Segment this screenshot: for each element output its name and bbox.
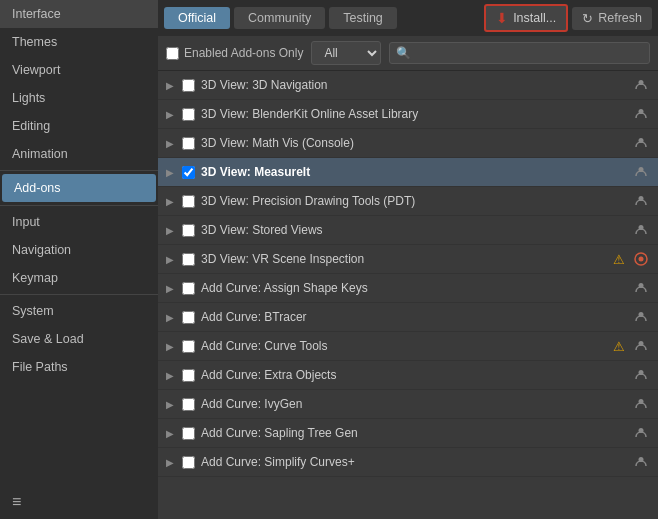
addon-row[interactable]: ▶Add Curve: Sapling Tree Gen	[158, 419, 658, 448]
tab-official[interactable]: Official	[164, 7, 230, 29]
addon-icons	[632, 279, 650, 297]
expand-arrow-icon[interactable]: ▶	[166, 80, 176, 91]
addon-row[interactable]: ▶Add Curve: BTracer	[158, 303, 658, 332]
addon-icons: ⚠	[610, 250, 650, 268]
addons-list: ▶3D View: 3D Navigation▶3D View: Blender…	[158, 71, 658, 519]
expand-arrow-icon[interactable]: ▶	[166, 167, 176, 178]
sidebar-item-system[interactable]: System	[0, 297, 158, 325]
expand-arrow-icon[interactable]: ▶	[166, 109, 176, 120]
addon-checkbox[interactable]	[182, 137, 195, 150]
sidebar-item-navigation[interactable]: Navigation	[0, 236, 158, 264]
refresh-label: Refresh	[598, 11, 642, 25]
user-icon[interactable]	[632, 337, 650, 355]
addon-row[interactable]: ▶3D View: MeasureIt	[158, 158, 658, 187]
expand-arrow-icon[interactable]: ▶	[166, 283, 176, 294]
addon-checkbox[interactable]	[182, 369, 195, 382]
addon-checkbox[interactable]	[182, 166, 195, 179]
addon-checkbox[interactable]	[182, 282, 195, 295]
sidebar-divider-1	[0, 170, 158, 171]
expand-arrow-icon[interactable]: ▶	[166, 138, 176, 149]
expand-arrow-icon[interactable]: ▶	[166, 457, 176, 468]
sidebar: Interface Themes Viewport Lights Editing…	[0, 0, 158, 519]
addon-checkbox[interactable]	[182, 427, 195, 440]
addon-checkbox[interactable]	[182, 253, 195, 266]
addon-row[interactable]: ▶3D View: VR Scene Inspection⚠	[158, 245, 658, 274]
expand-arrow-icon[interactable]: ▶	[166, 428, 176, 439]
addon-row[interactable]: ▶Add Curve: Extra Objects	[158, 361, 658, 390]
tab-community[interactable]: Community	[234, 7, 325, 29]
addon-row[interactable]: ▶Add Curve: Assign Shape Keys	[158, 274, 658, 303]
expand-arrow-icon[interactable]: ▶	[166, 196, 176, 207]
category-dropdown[interactable]: All	[311, 41, 381, 65]
addon-checkbox[interactable]	[182, 195, 195, 208]
main-panel: Official Community Testing ⬇ Install... …	[158, 0, 658, 519]
sidebar-item-addons[interactable]: Add-ons	[2, 174, 156, 202]
warning-icon[interactable]: ⚠	[610, 337, 628, 355]
sidebar-item-interface[interactable]: Interface	[0, 0, 158, 28]
search-wrapper: 🔍	[389, 42, 650, 64]
sidebar-item-input[interactable]: Input	[0, 208, 158, 236]
addon-checkbox[interactable]	[182, 398, 195, 411]
install-label: Install...	[513, 11, 556, 25]
addon-checkbox[interactable]	[182, 456, 195, 469]
filter-bar: Enabled Add-ons Only All 🔍	[158, 36, 658, 71]
expand-arrow-icon[interactable]: ▶	[166, 225, 176, 236]
install-button[interactable]: ⬇ Install...	[484, 4, 568, 32]
addon-name: Add Curve: Curve Tools	[201, 339, 604, 353]
addon-checkbox[interactable]	[182, 224, 195, 237]
addon-name: Add Curve: Simplify Curves+	[201, 455, 626, 469]
user-icon[interactable]	[632, 279, 650, 297]
addon-row[interactable]: ▶3D View: 3D Navigation	[158, 71, 658, 100]
sidebar-label-saveload: Save & Load	[12, 332, 84, 346]
addon-icons	[632, 134, 650, 152]
sidebar-item-filepaths[interactable]: File Paths	[0, 353, 158, 381]
warning-icon[interactable]: ⚠	[610, 250, 628, 268]
addon-row[interactable]: ▶3D View: BlenderKit Online Asset Librar…	[158, 100, 658, 129]
addon-row[interactable]: ▶Add Curve: IvyGen	[158, 390, 658, 419]
download-icon: ⬇	[496, 10, 508, 26]
addon-row[interactable]: ▶3D View: Math Vis (Console)	[158, 129, 658, 158]
addon-row[interactable]: ▶Add Curve: Curve Tools⚠	[158, 332, 658, 361]
search-input[interactable]	[389, 42, 650, 64]
user-icon[interactable]	[632, 163, 650, 181]
user-icon[interactable]	[632, 424, 650, 442]
sidebar-label-animation: Animation	[12, 147, 68, 161]
sidebar-label-input: Input	[12, 215, 40, 229]
addon-checkbox[interactable]	[182, 340, 195, 353]
expand-arrow-icon[interactable]: ▶	[166, 399, 176, 410]
user-icon[interactable]	[632, 453, 650, 471]
expand-arrow-icon[interactable]: ▶	[166, 254, 176, 265]
addon-checkbox[interactable]	[182, 108, 195, 121]
sidebar-item-lights[interactable]: Lights	[0, 84, 158, 112]
addon-row[interactable]: ▶3D View: Precision Drawing Tools (PDT)	[158, 187, 658, 216]
addon-name: 3D View: Stored Views	[201, 223, 626, 237]
expand-arrow-icon[interactable]: ▶	[166, 370, 176, 381]
user-icon[interactable]	[632, 366, 650, 384]
user-icon[interactable]	[632, 221, 650, 239]
user-icon[interactable]	[632, 192, 650, 210]
user-icon[interactable]	[632, 308, 650, 326]
user-icon[interactable]	[632, 134, 650, 152]
user-icon[interactable]	[632, 105, 650, 123]
sidebar-item-themes[interactable]: Themes	[0, 28, 158, 56]
sidebar-item-keymap[interactable]: Keymap	[0, 264, 158, 292]
addon-row[interactable]: ▶Add Curve: Simplify Curves+	[158, 448, 658, 477]
hamburger-icon: ≡	[12, 493, 21, 511]
sidebar-item-viewport[interactable]: Viewport	[0, 56, 158, 84]
blender-icon[interactable]	[632, 250, 650, 268]
addon-checkbox[interactable]	[182, 311, 195, 324]
refresh-button[interactable]: ↻ Refresh	[572, 7, 652, 30]
expand-arrow-icon[interactable]: ▶	[166, 312, 176, 323]
sidebar-item-editing[interactable]: Editing	[0, 112, 158, 140]
tab-testing[interactable]: Testing	[329, 7, 397, 29]
addon-name: 3D View: Math Vis (Console)	[201, 136, 626, 150]
user-icon[interactable]	[632, 395, 650, 413]
sidebar-item-animation[interactable]: Animation	[0, 140, 158, 168]
addon-name: 3D View: Precision Drawing Tools (PDT)	[201, 194, 626, 208]
expand-arrow-icon[interactable]: ▶	[166, 341, 176, 352]
sidebar-item-saveload[interactable]: Save & Load	[0, 325, 158, 353]
addon-row[interactable]: ▶3D View: Stored Views	[158, 216, 658, 245]
enabled-only-checkbox[interactable]	[166, 47, 179, 60]
user-icon[interactable]	[632, 76, 650, 94]
addon-checkbox[interactable]	[182, 79, 195, 92]
